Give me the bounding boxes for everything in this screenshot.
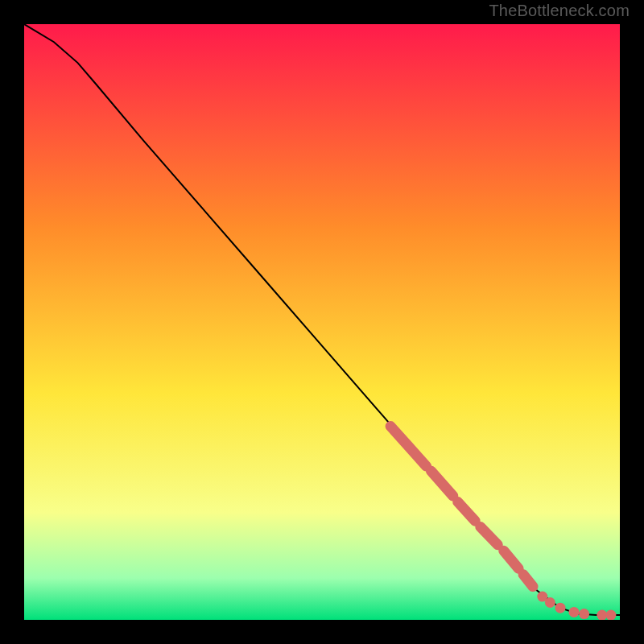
marker-dot	[579, 609, 589, 619]
plot-svg	[24, 24, 620, 620]
attribution-text: TheBottleneck.com	[489, 2, 630, 20]
marker-dot	[545, 597, 555, 608]
chart-stage: TheBottleneck.com	[0, 0, 644, 644]
marker-dot	[569, 607, 580, 617]
marker-dot	[555, 603, 566, 613]
heat-gradient-rect	[24, 24, 620, 620]
marker-segment	[523, 575, 533, 587]
marker-dot	[597, 610, 607, 620]
marker-dot	[605, 610, 616, 620]
heat-gradient-plot	[24, 24, 620, 620]
